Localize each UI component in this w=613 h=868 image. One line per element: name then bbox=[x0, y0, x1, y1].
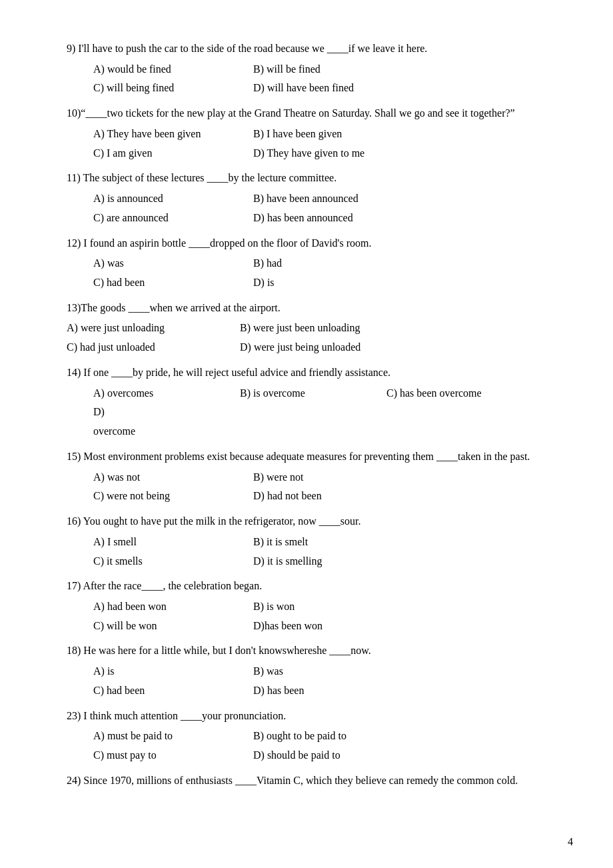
question-24: 24) Since 1970, millions of enthusiasts … bbox=[67, 772, 560, 789]
q14-option-b: B) is overcome bbox=[240, 384, 373, 403]
q13-text: 13)The goods ____when we arrived at the … bbox=[67, 299, 560, 317]
q10-options: A) They have been given B) I have been g… bbox=[93, 125, 560, 163]
q15-options: A) was not B) were not C) were not being… bbox=[93, 468, 560, 507]
q12-options: A) was B) had C) had been D) is bbox=[93, 254, 560, 293]
q10-option-b: B) I have been given bbox=[253, 125, 400, 144]
q9-options: A) would be fined B) will be fined C) wi… bbox=[93, 60, 560, 99]
q17-option-a: A) had been won bbox=[93, 597, 240, 617]
q16-option-c: C) it smells bbox=[93, 552, 240, 571]
q12-option-b: B) had bbox=[253, 254, 400, 273]
question-14: 14) If one ____by pride, he will reject … bbox=[67, 364, 560, 441]
q23-options: A) must be paid to B) ought to be paid t… bbox=[93, 727, 560, 765]
q15-option-a: A) was not bbox=[93, 468, 240, 487]
q14-option-a: A) overcomes bbox=[93, 384, 227, 403]
q13-option-d: D) were just being unloaded bbox=[240, 338, 426, 357]
q11-text: 11) The subject of these lectures ____by… bbox=[67, 169, 560, 187]
question-11: 11) The subject of these lectures ____by… bbox=[67, 169, 560, 227]
q18-options: A) is B) was C) had been D) has been bbox=[93, 662, 560, 701]
page-number: 4 bbox=[568, 836, 573, 848]
q11-options: A) is announced B) have been announced C… bbox=[93, 189, 560, 228]
q13-option-c: C) had just unloaded bbox=[67, 338, 227, 357]
q17-option-c: C) will be won bbox=[93, 617, 240, 636]
q15-text: 15) Most environment problems exist beca… bbox=[67, 448, 560, 465]
question-10: 10)“____two tickets for the new play at … bbox=[67, 105, 560, 163]
q9-option-a: A) would be fined bbox=[93, 60, 240, 79]
q18-option-d: D) has been bbox=[253, 681, 400, 701]
question-12: 12) I found an aspirin bottle ____droppe… bbox=[67, 235, 560, 293]
q13-option-b: B) were just been unloading bbox=[240, 319, 426, 338]
q12-option-c: C) had been bbox=[93, 273, 240, 293]
q11-option-c: C) are announced bbox=[93, 209, 240, 228]
q17-option-b: B) is won bbox=[253, 597, 400, 617]
q18-option-b: B) was bbox=[253, 662, 400, 681]
q23-option-d: D) should be paid to bbox=[253, 746, 400, 765]
q11-option-b: B) have been announced bbox=[253, 189, 400, 209]
q23-text: 23) I think much attention ____your pron… bbox=[67, 707, 560, 725]
q12-text: 12) I found an aspirin bottle ____droppe… bbox=[67, 235, 560, 252]
q9-text: 9) I'll have to push the car to the side… bbox=[67, 40, 560, 57]
q23-option-b: B) ought to be paid to bbox=[253, 727, 400, 746]
q9-option-c: C) will being fined bbox=[93, 79, 240, 98]
question-13: 13)The goods ____when we arrived at the … bbox=[67, 299, 560, 357]
q14-option-d-text: overcome bbox=[93, 422, 560, 441]
question-15: 15) Most environment problems exist beca… bbox=[67, 448, 560, 506]
q11-option-a: A) is announced bbox=[93, 189, 240, 209]
q16-option-d: D) it is smelling bbox=[253, 552, 400, 571]
q24-text: 24) Since 1970, millions of enthusiasts … bbox=[67, 772, 560, 789]
q18-option-a: A) is bbox=[93, 662, 240, 681]
q15-option-d: D) had not been bbox=[253, 487, 400, 506]
q16-options: A) I smell B) it is smelt C) it smells D… bbox=[93, 533, 560, 571]
q13-options: A) were just unloading B) were just been… bbox=[67, 319, 560, 357]
q15-option-b: B) were not bbox=[253, 468, 400, 487]
q16-option-b: B) it is smelt bbox=[253, 533, 400, 552]
q14-text: 14) If one ____by pride, he will reject … bbox=[67, 364, 560, 381]
q16-option-a: A) I smell bbox=[93, 533, 240, 552]
q15-option-c: C) were not being bbox=[93, 487, 240, 506]
q10-text: 10)“____two tickets for the new play at … bbox=[67, 105, 560, 122]
q11-option-d: D) has been announced bbox=[253, 209, 400, 228]
question-23: 23) I think much attention ____your pron… bbox=[67, 707, 560, 765]
q18-option-c: C) had been bbox=[93, 681, 240, 701]
q10-option-d: D) They have given to me bbox=[253, 144, 400, 163]
q17-option-d: D)has been won bbox=[253, 617, 400, 636]
question-18: 18) He was here for a little while, but … bbox=[67, 642, 560, 700]
q12-option-d: D) is bbox=[253, 273, 400, 293]
q10-option-a: A) They have been given bbox=[93, 125, 240, 144]
question-9: 9) I'll have to push the car to the side… bbox=[67, 40, 560, 98]
q23-option-a: A) must be paid to bbox=[93, 727, 240, 746]
q23-option-c: C) must pay to bbox=[93, 746, 240, 765]
q9-option-d: D) will have been fined bbox=[253, 79, 400, 98]
question-16: 16) You ought to have put the milk in th… bbox=[67, 513, 560, 571]
q14-option-d: D) bbox=[93, 403, 105, 422]
q9-option-b: B) will be fined bbox=[253, 60, 400, 79]
q12-option-a: A) was bbox=[93, 254, 240, 273]
q13-option-a: A) were just unloading bbox=[67, 319, 227, 338]
q18-text: 18) He was here for a little while, but … bbox=[67, 642, 560, 659]
question-17: 17) After the race____, the celebration … bbox=[67, 577, 560, 635]
q17-text: 17) After the race____, the celebration … bbox=[67, 577, 560, 595]
q14-options: A) overcomes B) is overcome C) has been … bbox=[93, 384, 560, 441]
q14-option-c: C) has been overcome bbox=[386, 384, 540, 403]
q17-options: A) had been won B) is won C) will be won… bbox=[93, 597, 560, 636]
q16-text: 16) You ought to have put the milk in th… bbox=[67, 513, 560, 530]
q10-option-c: C) I am given bbox=[93, 144, 240, 163]
